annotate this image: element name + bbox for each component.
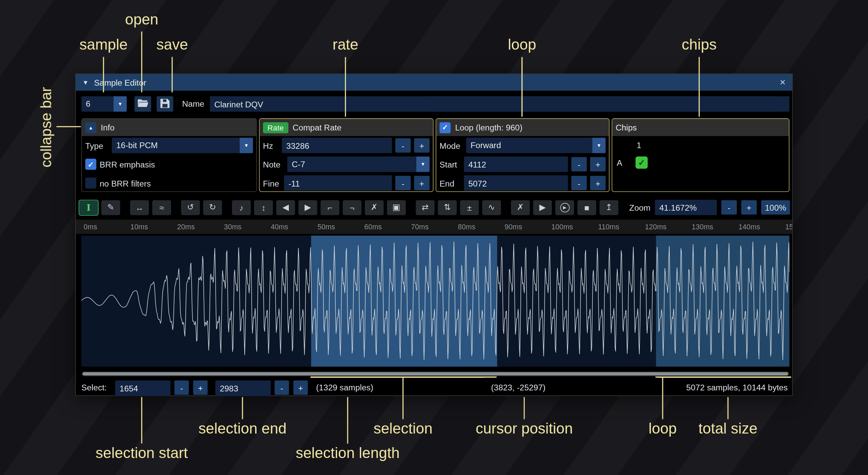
open-button[interactable] (135, 96, 151, 112)
annotation-bracket-loop (655, 376, 791, 377)
loop-start-minus-button[interactable]: - (571, 157, 587, 171)
selection-end-input[interactable] (215, 381, 271, 396)
check-icon: ✓ (638, 158, 645, 168)
trim-icon[interactable]: ▣ (387, 200, 406, 215)
chevron-down-icon: ▼ (592, 138, 606, 153)
loop-header-label: Loop (length: 960) (455, 123, 522, 132)
loop-start-plus-button[interactable]: + (590, 157, 606, 171)
annotation-save: save (156, 36, 188, 53)
loop-end-label: End (439, 178, 461, 188)
timeline-ruler[interactable]: 0ms10ms20ms30ms40ms50ms60ms70ms80ms90ms1… (76, 219, 792, 234)
annotation-line-loop (521, 57, 522, 117)
loop-end-plus-button[interactable]: + (590, 176, 606, 190)
delete-icon[interactable]: ✗ (365, 200, 384, 215)
chevron-down-icon: ▼ (114, 96, 127, 112)
preview-loop-icon[interactable]: ▶ (555, 200, 574, 215)
no-brr-filters-checkbox[interactable] (85, 177, 97, 189)
loop-start-label: Start (439, 160, 461, 169)
window-title: Sample Editor (94, 78, 146, 87)
ruler-tick: 130ms (692, 223, 739, 231)
window-collapse-icon[interactable]: ▼ (83, 79, 89, 86)
selection-start-plus-button[interactable]: + (193, 381, 207, 395)
annotation-line-rate (345, 57, 346, 117)
info-header-bar: ▲ Info (82, 119, 256, 136)
hz-minus-button[interactable]: - (395, 138, 411, 153)
titlebar[interactable]: ▼ Sample Editor × (76, 74, 792, 91)
export-icon[interactable]: ↥ (600, 200, 618, 215)
amplify-icon[interactable]: ♪ (232, 200, 251, 215)
zoom-out-button[interactable]: - (721, 200, 737, 214)
loop-checkbox[interactable]: ✓ (439, 122, 451, 133)
loop-end-minus-button[interactable]: - (571, 176, 587, 190)
brr-emphasis-label: BRR emphasis (100, 160, 155, 169)
chips-section: Chips 1 A ✓ (612, 118, 789, 192)
edit-select-icon[interactable]: I (79, 200, 98, 215)
insert-silence-icon[interactable]: ⌐ (320, 200, 339, 215)
toolbar-groups: I✎↔≈↺↻♪↕◀▶⌐¬✗▣⇄⇅±∿✗▶▶■↥ (79, 200, 618, 215)
rate-header-label: Compat Rate (293, 123, 341, 132)
collapse-bar-button[interactable]: ▲ (85, 122, 97, 133)
fade-in-icon[interactable]: ◀ (276, 200, 295, 215)
waveform-display[interactable] (81, 235, 789, 367)
chip-index: 1 (637, 140, 641, 150)
resize-icon[interactable]: ↔ (130, 200, 149, 215)
note-dropdown[interactable]: C-7 ▼ (287, 157, 430, 172)
hz-plus-button[interactable]: + (414, 138, 430, 153)
fine-input[interactable] (284, 175, 392, 191)
filter-icon[interactable]: ∿ (482, 200, 501, 215)
waveform-scrollbar[interactable] (81, 371, 789, 376)
resample-icon[interactable]: ≈ (152, 200, 171, 215)
normalize-icon[interactable]: ↕ (254, 200, 273, 215)
draw-icon[interactable]: ✎ (101, 200, 120, 215)
save-button[interactable] (157, 96, 173, 112)
crossfade-icon[interactable]: ✗ (511, 200, 530, 215)
total-size-text: 5072 samples, 10144 bytes (686, 380, 788, 395)
no-brr-filters-label: no BRR filters (100, 178, 151, 188)
fine-minus-button[interactable]: - (395, 176, 411, 190)
zoom-input[interactable] (655, 200, 717, 215)
invert-icon[interactable]: ⇅ (438, 200, 456, 215)
name-input[interactable] (210, 96, 789, 112)
info-section: ▲ Info Type 16-bit PCM ▼ ✓ BRR emphasis … (81, 118, 257, 192)
annotation-line-selection-start (141, 397, 142, 444)
preview-icon[interactable]: ▶ (533, 200, 552, 215)
hz-input[interactable] (282, 138, 392, 153)
apply-silence-icon[interactable]: ¬ (343, 200, 361, 215)
selection-end-minus-button[interactable]: - (274, 381, 289, 395)
scrollbar-handle[interactable] (83, 372, 788, 375)
brr-emphasis-checkbox[interactable]: ✓ (85, 159, 97, 170)
stop-preview-icon[interactable]: ■ (578, 200, 596, 215)
zoom-cluster: Zoom - + 100% (629, 200, 790, 215)
status-row: Select: - + - + (1329 samples) (3823, -2… (76, 380, 792, 397)
annotation-line-collapse-bar (56, 126, 81, 127)
zoom-in-button[interactable]: + (741, 200, 757, 214)
note-value: C-7 (287, 157, 416, 172)
annotation-line-open (141, 32, 142, 92)
rate-badge: Rate (263, 122, 288, 133)
ruler-tick: 150ms (785, 223, 792, 231)
reverse-icon[interactable]: ⇄ (416, 200, 434, 215)
undo-icon[interactable]: ↺ (181, 200, 200, 215)
fine-label: Fine (263, 178, 281, 188)
annotation-line-selection (402, 378, 403, 419)
selection-start-minus-button[interactable]: - (174, 381, 189, 395)
loop-end-input[interactable] (464, 175, 568, 191)
chip-enable-checkbox[interactable]: ✓ (635, 157, 648, 169)
fine-plus-button[interactable]: + (414, 176, 430, 190)
selection-start-input[interactable] (115, 381, 171, 396)
selection-end-plus-button[interactable]: + (294, 381, 308, 395)
loop-mode-dropdown[interactable]: Forward ▼ (466, 138, 605, 153)
chips-header-label: Chips (616, 123, 637, 132)
type-dropdown[interactable]: 16-bit PCM ▼ (112, 138, 253, 153)
ruler-tick: 70ms (411, 223, 458, 231)
rate-header-bar: Rate Compat Rate (260, 119, 433, 136)
zoom-reset-button[interactable]: 100% (761, 200, 790, 214)
sign-invert-icon[interactable]: ± (460, 200, 479, 215)
close-icon[interactable]: × (780, 77, 785, 87)
fade-out-icon[interactable]: ▶ (298, 200, 317, 215)
ruler-tick: 60ms (364, 223, 411, 231)
select-label: Select: (81, 380, 107, 395)
sample-number-dropdown[interactable]: 6 ▼ (81, 96, 127, 112)
loop-start-input[interactable] (464, 157, 568, 172)
redo-icon[interactable]: ↻ (203, 200, 222, 215)
